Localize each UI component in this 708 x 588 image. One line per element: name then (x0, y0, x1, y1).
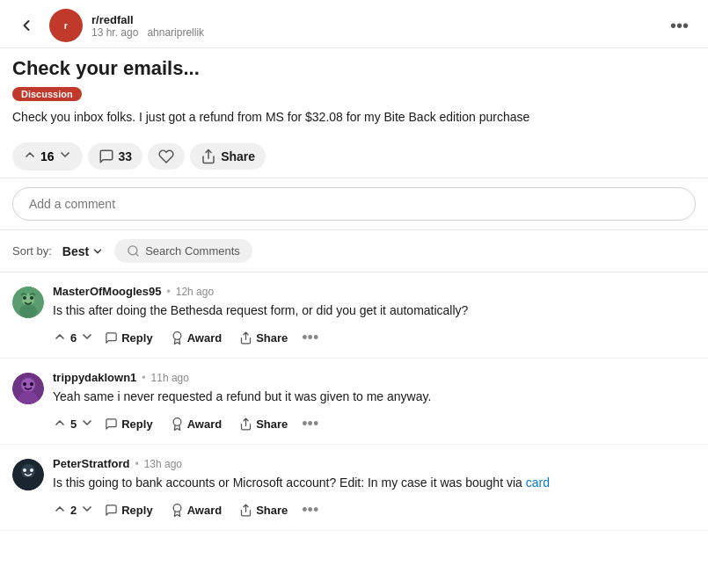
reply-label: Reply (121, 417, 152, 431)
comment-content: trippydaklown1 • 11h ago Yeah same i nev… (53, 371, 696, 444)
share-label: Share (256, 504, 288, 517)
reply-button[interactable]: Reply (98, 500, 159, 520)
post-body: Check your emails... Discussion Check yo… (0, 48, 708, 127)
comment-item: PeterStratford • 13h ago Is this going t… (0, 445, 708, 531)
comment-upvote[interactable] (53, 502, 67, 519)
comment-header: PeterStratford • 13h ago (53, 457, 696, 470)
comments-list: MasterOfMoogles95 • 12h ago Is this afte… (0, 272, 708, 548)
comment-actions: 6 Reply Award Share ••• (53, 327, 696, 358)
svg-point-17 (173, 418, 181, 426)
header-info: r/redfall 13 hr. ago ahnariprellik (91, 13, 204, 39)
share-button[interactable]: Share (232, 328, 295, 348)
svg-point-10 (173, 332, 181, 340)
svg-point-15 (23, 382, 26, 386)
comment-upvote[interactable] (53, 330, 67, 346)
header-left: r r/redfall 13 hr. ago ahnariprellik (12, 9, 204, 42)
comment-downvote[interactable] (80, 330, 94, 346)
reply-label: Reply (121, 331, 152, 345)
award-button[interactable]: Award (164, 414, 230, 434)
award-label: Award (187, 331, 223, 345)
share-label: Share (256, 331, 288, 345)
username: ahnariprellik (147, 26, 204, 39)
comment-header: MasterOfMoogles95 • 12h ago (53, 285, 696, 298)
sort-value: Best (62, 244, 89, 258)
vote-count: 16 (40, 149, 55, 163)
comment-count: 33 (119, 149, 133, 163)
comment-item: MasterOfMoogles95 • 12h ago Is this afte… (0, 272, 708, 359)
save-button[interactable] (148, 143, 185, 170)
award-label: Award (187, 417, 223, 431)
comment-actions: 2 Reply Award Share ••• (53, 499, 696, 530)
comment-upvote[interactable] (53, 416, 67, 432)
post-actions: 16 33 Share (0, 135, 708, 178)
svg-text:r: r (64, 20, 69, 31)
comment-content: PeterStratford • 13h ago Is this going t… (53, 457, 696, 530)
award-button[interactable]: Award (164, 500, 230, 520)
svg-point-9 (30, 296, 33, 300)
back-button[interactable] (12, 11, 40, 40)
subreddit-name[interactable]: r/redfall (91, 13, 204, 26)
avatar (12, 373, 44, 404)
comment-content: MasterOfMoogles95 • 12h ago Is this afte… (53, 285, 696, 358)
comment-vote-count: 5 (70, 417, 77, 431)
svg-point-8 (23, 296, 26, 300)
post-title: Check your emails... (12, 57, 696, 80)
more-options-button[interactable]: ••• (298, 327, 322, 349)
vote-pill[interactable]: 16 (12, 142, 83, 171)
svg-point-22 (23, 468, 26, 472)
award-button[interactable]: Award (164, 328, 230, 348)
comment-author[interactable]: trippydaklown1 (53, 371, 136, 384)
svg-point-7 (19, 304, 37, 318)
reply-label: Reply (121, 504, 152, 517)
downvote-icon (58, 148, 72, 165)
sort-button[interactable]: Best (62, 244, 104, 258)
comment-vote-count: 2 (70, 504, 77, 517)
more-options-button[interactable]: ••• (298, 413, 322, 435)
share-button[interactable]: Share (190, 143, 266, 170)
share-label: Share (256, 417, 288, 431)
post-text: Check you inbox folks. I just got a refu… (12, 108, 696, 127)
svg-point-24 (173, 505, 181, 512)
share-button[interactable]: Share (232, 500, 295, 520)
post-header: r r/redfall 13 hr. ago ahnariprellik ••• (0, 0, 708, 48)
comment-time: 11h ago (151, 372, 189, 384)
comment-author[interactable]: MasterOfMoogles95 (53, 285, 162, 298)
reply-button[interactable]: Reply (98, 328, 159, 348)
comment-text: Is this going to bank accounts or Micros… (53, 474, 696, 492)
share-label: Share (221, 149, 255, 163)
comment-item: trippydaklown1 • 11h ago Yeah same i nev… (0, 359, 708, 445)
svg-line-4 (136, 253, 139, 256)
sort-row: Sort by: Best Search Comments (0, 230, 708, 272)
comment-downvote[interactable] (80, 502, 94, 519)
time-ago: 13 hr. ago (91, 26, 138, 39)
search-comments-button[interactable]: Search Comments (114, 239, 252, 263)
comment-button[interactable]: 33 (88, 143, 143, 170)
share-button[interactable]: Share (232, 414, 295, 434)
upvote-icon (23, 148, 37, 165)
sort-label: Sort by: (12, 244, 52, 258)
svg-point-23 (30, 468, 33, 472)
comment-text: Is this after doing the Bethesda request… (53, 301, 696, 320)
comment-header: trippydaklown1 • 11h ago (53, 371, 696, 384)
more-options-button[interactable]: ••• (298, 499, 322, 521)
search-comments-label: Search Comments (145, 244, 240, 258)
comment-downvote[interactable] (80, 416, 94, 432)
comment-input-row (0, 178, 708, 230)
comment-actions: 5 Reply Award Share ••• (53, 413, 696, 444)
comment-author[interactable]: PeterStratford (53, 457, 129, 470)
comment-time: 13h ago (144, 458, 182, 470)
avatar (12, 459, 44, 490)
reply-button[interactable]: Reply (98, 414, 159, 434)
svg-point-16 (30, 382, 33, 386)
more-button[interactable]: ••• (663, 12, 696, 40)
comment-vote-count: 6 (70, 331, 77, 345)
comment-text: Yeah same i never requested a refund but… (53, 388, 696, 406)
comment-time: 12h ago (176, 286, 214, 298)
header-meta: 13 hr. ago ahnariprellik (91, 26, 204, 39)
comment-input[interactable] (12, 187, 696, 221)
avatar (12, 287, 44, 318)
card-link[interactable]: card (526, 475, 550, 490)
award-label: Award (187, 504, 223, 517)
subreddit-avatar: r (49, 9, 83, 42)
post-flair[interactable]: Discussion (12, 87, 82, 101)
